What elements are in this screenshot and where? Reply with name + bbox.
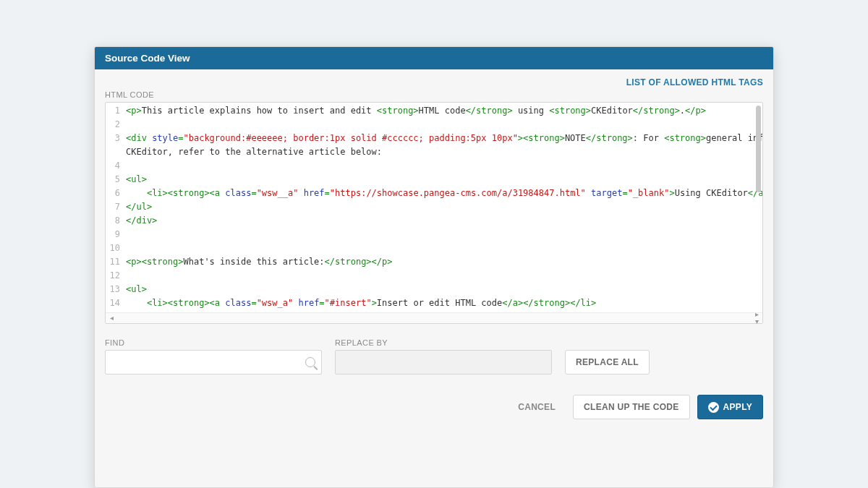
find-input[interactable]: [105, 350, 322, 374]
replace-all-button[interactable]: REPLACE ALL: [565, 350, 650, 374]
code-line[interactable]: [126, 228, 757, 241]
apply-button[interactable]: APPLY: [697, 395, 763, 419]
source-code-dialog: Source Code View LIST OF ALLOWED HTML TA…: [94, 46, 774, 488]
line-number: 12: [107, 269, 120, 283]
find-label: FIND: [105, 338, 322, 347]
line-number: 13: [107, 283, 120, 296]
code-area[interactable]: <p>This article explains how to insert a…: [124, 103, 762, 312]
horizontal-scrollbar[interactable]: ◂ ▸ ▾: [106, 312, 762, 323]
line-number: 3: [107, 132, 120, 145]
line-number: [107, 145, 120, 159]
code-line[interactable]: <li><strong><a class="wsw__a" href="http…: [126, 187, 757, 200]
code-editor[interactable]: 1234567891011121314151617 <p>This articl…: [105, 102, 763, 324]
code-line[interactable]: <ul>: [126, 283, 757, 296]
allowed-tags-link[interactable]: LIST OF ALLOWED HTML TAGS: [626, 77, 763, 87]
line-number: 2: [107, 118, 120, 132]
code-line[interactable]: </ul>: [126, 200, 757, 214]
html-code-label: HTML CODE: [105, 90, 763, 99]
line-number: 7: [107, 200, 120, 214]
dialog-titlebar: Source Code View: [95, 47, 773, 69]
code-line[interactable]: </div>: [126, 214, 757, 228]
code-line[interactable]: [126, 118, 757, 132]
line-number: 6: [107, 187, 120, 200]
code-line[interactable]: <ul>: [126, 173, 757, 187]
line-number: 8: [107, 214, 120, 228]
allowed-tags-row: LIST OF ALLOWED HTML TAGS: [95, 69, 773, 90]
line-number: 10: [107, 241, 120, 255]
cleanup-button[interactable]: CLEAN UP THE CODE: [573, 395, 690, 419]
code-line[interactable]: <li><strong><a class="wsw_a" href="#inse…: [126, 296, 757, 310]
scroll-right-icon[interactable]: ▸ ▾: [752, 311, 761, 325]
apply-label: APPLY: [723, 402, 752, 412]
replace-input[interactable]: [335, 350, 552, 374]
replace-label: REPLACE BY: [335, 338, 552, 347]
code-line[interactable]: [126, 241, 757, 255]
code-line[interactable]: CKEditor, refer to the alternative artic…: [126, 145, 757, 159]
scroll-left-icon[interactable]: ◂: [107, 314, 116, 322]
code-line[interactable]: <div style="background:#eeeeee; border:1…: [126, 132, 757, 145]
line-number: 15: [107, 310, 120, 312]
code-line[interactable]: <p>This article explains how to insert a…: [126, 104, 757, 118]
code-gutter: 1234567891011121314151617: [106, 103, 124, 312]
line-number: 11: [107, 255, 120, 269]
code-line[interactable]: <p><strong>What's inside this article:</…: [126, 255, 757, 269]
line-number: 5: [107, 173, 120, 187]
line-number: 9: [107, 228, 120, 241]
code-line[interactable]: [126, 269, 757, 283]
line-number: 1: [107, 104, 120, 118]
vertical-scrollbar-thumb[interactable]: [756, 106, 761, 192]
dialog-title: Source Code View: [105, 53, 190, 64]
cancel-button[interactable]: CANCEL: [508, 395, 566, 419]
check-circle-icon: [708, 402, 719, 413]
line-number: 4: [107, 159, 120, 173]
line-number: 14: [107, 296, 120, 310]
code-line[interactable]: [126, 159, 757, 173]
code-line[interactable]: <li><strong><a class="wsw_a" href="#vali…: [126, 310, 757, 312]
search-icon[interactable]: [305, 357, 315, 367]
